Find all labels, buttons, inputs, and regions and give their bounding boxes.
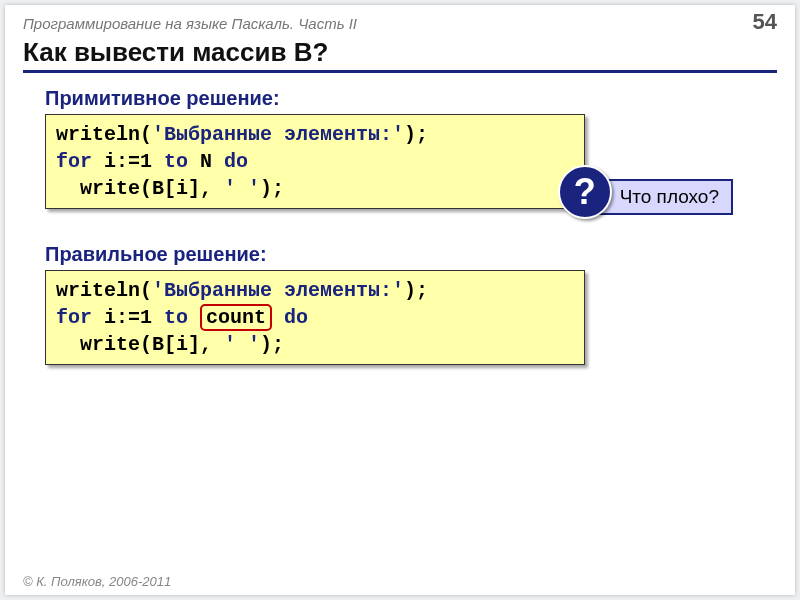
code-string: 'Выбранные элементы:' [152,279,404,302]
slide: Программирование на языке Паскаль. Часть… [5,5,795,595]
code-box-correct: writeln('Выбранные элементы:'); for i:=1… [45,270,585,365]
code-string: ' ' [224,177,260,200]
code-text: writeln( [56,123,152,146]
code-text: i:=1 [92,306,164,329]
code-keyword: for [56,306,92,329]
callout: ? Что плохо? [590,179,733,215]
code-text: write(B[i], [56,333,224,356]
footer-copyright: © К. Поляков, 2006-2011 [23,574,171,589]
course-title: Программирование на языке Паскаль. Часть… [23,15,357,32]
code-box-primitive: writeln('Выбранные элементы:'); for i:=1… [45,114,585,209]
code-keyword: to [164,306,188,329]
code-text: N [188,150,224,173]
code-string: 'Выбранные элементы:' [152,123,404,146]
callout-text: Что плохо? [620,186,719,207]
code-keyword: for [56,150,92,173]
slide-title: Как вывести массив B? [23,37,777,73]
highlight-count: count [200,304,272,331]
page-number: 54 [753,9,777,35]
callout-box: ? Что плохо? [590,179,733,215]
code-text: ); [260,333,284,356]
header-bar: Программирование на языке Паскаль. Часть… [5,5,795,35]
code-text: ); [404,123,428,146]
code-keyword: do [284,306,308,329]
question-mark-icon: ? [558,165,612,219]
section1-label: Примитивное решение: [45,87,795,110]
code-keyword: to [164,150,188,173]
code-string: ' ' [224,333,260,356]
code-text: ); [404,279,428,302]
code-text: writeln( [56,279,152,302]
code-text: ); [260,177,284,200]
code-keyword: do [224,150,248,173]
section2-label: Правильное решение: [45,243,795,266]
code-text [188,306,200,329]
code-text: write(B[i], [56,177,224,200]
code-text: i:=1 [92,150,164,173]
code-text [272,306,284,329]
